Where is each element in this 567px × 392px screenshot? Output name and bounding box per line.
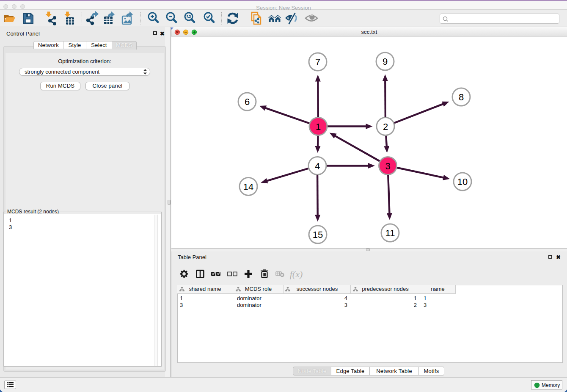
svg-text:4: 4 [315, 161, 320, 171]
svg-text:10: 10 [457, 177, 468, 187]
svg-text:14: 14 [243, 182, 253, 192]
svg-text:3: 3 [385, 161, 390, 171]
svg-text:8: 8 [459, 92, 464, 102]
svg-text:6: 6 [245, 97, 250, 107]
svg-text:1: 1 [316, 121, 321, 132]
svg-text:15: 15 [313, 229, 323, 240]
svg-text:11: 11 [385, 228, 395, 238]
svg-text:f(x): f(x) [290, 269, 303, 279]
svg-text:7: 7 [315, 57, 320, 67]
svg-text:2: 2 [383, 121, 388, 132]
svg-text:9: 9 [383, 56, 388, 67]
